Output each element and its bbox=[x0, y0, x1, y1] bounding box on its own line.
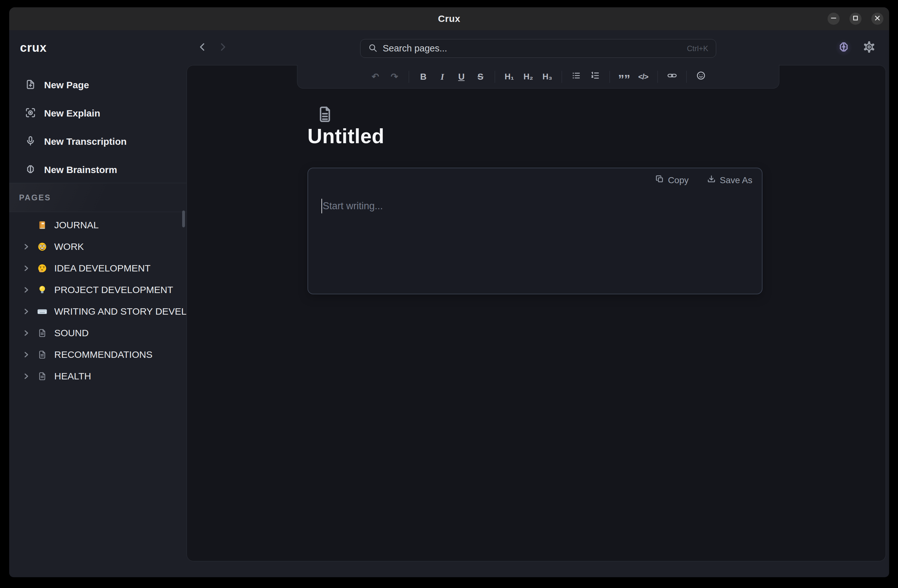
close-icon bbox=[874, 15, 881, 23]
ai-brain-button[interactable] bbox=[835, 39, 852, 56]
document-icon bbox=[35, 371, 50, 381]
page-item-writing-and-story[interactable]: WRITING AND STORY DEVELO… bbox=[9, 301, 187, 322]
bold-button[interactable]: B bbox=[416, 69, 431, 84]
document-icon[interactable] bbox=[318, 105, 332, 125]
page-item-sound[interactable]: SOUND bbox=[9, 322, 187, 344]
nerd-face-emoji bbox=[35, 242, 50, 251]
redo-button[interactable]: ↷ bbox=[387, 69, 402, 84]
toolbar-divider bbox=[686, 71, 687, 83]
download-icon bbox=[707, 175, 716, 186]
blockquote-button[interactable]: ”” bbox=[617, 69, 632, 84]
pages-section-label: PAGES bbox=[19, 193, 51, 202]
editor-actions: Copy Save As bbox=[655, 175, 752, 186]
document-title[interactable]: Untitled bbox=[308, 125, 384, 148]
italic-button[interactable]: I bbox=[435, 69, 450, 84]
close-button[interactable] bbox=[871, 13, 883, 25]
emoji-button[interactable] bbox=[693, 69, 708, 84]
copy-icon bbox=[655, 175, 664, 186]
minimize-icon bbox=[830, 15, 837, 23]
strikethrough-button[interactable]: S bbox=[473, 69, 488, 84]
search-input[interactable]: Search pages... Ctrl+K bbox=[360, 39, 716, 58]
editor-placeholder: Start writing... bbox=[323, 200, 383, 212]
new-transcription-button[interactable]: New Transcription bbox=[9, 127, 187, 155]
chevron-right-icon bbox=[218, 42, 227, 54]
new-page-button[interactable]: New Page bbox=[9, 71, 187, 99]
heading1-button[interactable]: H₁ bbox=[502, 69, 517, 84]
action-label: New Transcription bbox=[44, 136, 127, 147]
chevron-right-icon[interactable] bbox=[18, 308, 35, 315]
smiley-icon bbox=[696, 71, 706, 83]
page-label: WORK bbox=[54, 241, 84, 252]
undo-button[interactable]: ↶ bbox=[368, 69, 383, 84]
bullet-list-button[interactable] bbox=[569, 69, 584, 84]
gear-icon bbox=[863, 41, 875, 54]
quick-actions: New Page New Explain New Transcription bbox=[9, 71, 187, 184]
copy-button[interactable]: Copy bbox=[655, 175, 689, 186]
back-button[interactable] bbox=[197, 42, 208, 53]
editor-first-line: Start writing... bbox=[321, 199, 383, 213]
code-block-button[interactable]: </> bbox=[636, 69, 650, 84]
page-item-idea-development[interactable]: IDEA DEVELOPMENT bbox=[9, 257, 187, 279]
new-brainstorm-button[interactable]: New Brainstorm bbox=[9, 155, 187, 184]
numbered-list-button[interactable] bbox=[588, 69, 603, 84]
chevron-right-icon[interactable] bbox=[18, 373, 35, 380]
brain-icon bbox=[25, 164, 36, 176]
workspace: New Page New Explain New Transcription bbox=[9, 65, 889, 577]
editor-textarea[interactable]: Copy Save As Start writing... bbox=[308, 168, 763, 294]
heading3-button[interactable]: H₃ bbox=[540, 69, 555, 84]
minimize-button[interactable] bbox=[827, 13, 840, 25]
app-window: Crux crux Searc bbox=[9, 7, 889, 577]
light-bulb-emoji bbox=[35, 285, 50, 295]
sidebar-scrollbar[interactable] bbox=[182, 211, 185, 227]
sidebar: New Page New Explain New Transcription bbox=[9, 65, 187, 577]
window-title: Crux bbox=[438, 13, 460, 24]
document-icon bbox=[35, 350, 50, 359]
pages-list: JOURNAL WORK IDEA DEVELOPMENT bbox=[9, 214, 187, 383]
page-item-recommendations[interactable]: RECOMMENDATIONS bbox=[9, 344, 187, 365]
topbar-actions bbox=[835, 30, 878, 65]
page-label: RECOMMENDATIONS bbox=[54, 349, 152, 360]
action-label: New Page bbox=[44, 80, 89, 91]
action-label: New Brainstorm bbox=[44, 165, 117, 175]
chevron-right-icon[interactable] bbox=[18, 243, 35, 251]
titlebar: Crux bbox=[9, 7, 889, 30]
keyboard-emoji bbox=[35, 307, 50, 316]
formatting-toolbar: ↶ ↷ B I U S H₁ H₂ H₃ ”” </ bbox=[297, 65, 779, 89]
underline-button[interactable]: U bbox=[454, 69, 469, 84]
save-as-label: Save As bbox=[720, 175, 752, 185]
notebook-emoji bbox=[35, 220, 50, 230]
action-label: New Explain bbox=[44, 108, 100, 119]
app-logo: crux bbox=[20, 41, 47, 55]
copy-label: Copy bbox=[668, 175, 689, 185]
heading2-button[interactable]: H₂ bbox=[521, 69, 536, 84]
link-button[interactable] bbox=[665, 69, 680, 84]
page-item-work[interactable]: WORK bbox=[9, 236, 187, 257]
page-label: PROJECT DEVELOPMENT bbox=[54, 285, 173, 295]
editor-card: ↶ ↷ B I U S H₁ H₂ H₃ ”” </ bbox=[187, 65, 886, 561]
chevron-right-icon[interactable] bbox=[18, 286, 35, 294]
forward-button[interactable] bbox=[217, 42, 228, 53]
numbered-list-icon bbox=[590, 71, 600, 83]
chevron-right-icon[interactable] bbox=[18, 351, 35, 359]
search-placeholder: Search pages... bbox=[383, 43, 687, 54]
maximize-button[interactable] bbox=[849, 13, 861, 25]
history-nav bbox=[197, 30, 228, 65]
page-item-health[interactable]: HEALTH bbox=[9, 365, 187, 383]
save-as-button[interactable]: Save As bbox=[707, 175, 752, 186]
page-label: HEALTH bbox=[54, 371, 91, 382]
chevron-left-icon bbox=[198, 42, 207, 54]
chevron-right-icon[interactable] bbox=[18, 329, 35, 337]
chevron-right-icon[interactable] bbox=[18, 265, 35, 272]
toolbar-divider bbox=[495, 71, 495, 83]
page-item-journal[interactable]: JOURNAL bbox=[9, 214, 187, 236]
page-label: JOURNAL bbox=[54, 220, 99, 231]
page-label: IDEA DEVELOPMENT bbox=[54, 263, 151, 274]
search-shortcut-hint: Ctrl+K bbox=[687, 44, 708, 53]
new-explain-button[interactable]: New Explain bbox=[9, 99, 187, 127]
page-item-project-development[interactable]: PROJECT DEVELOPMENT bbox=[9, 279, 187, 301]
toolbar-divider bbox=[409, 71, 409, 83]
text-caret bbox=[321, 199, 322, 213]
microphone-icon bbox=[25, 135, 36, 148]
page-label: SOUND bbox=[54, 328, 89, 339]
settings-button[interactable] bbox=[861, 39, 878, 56]
